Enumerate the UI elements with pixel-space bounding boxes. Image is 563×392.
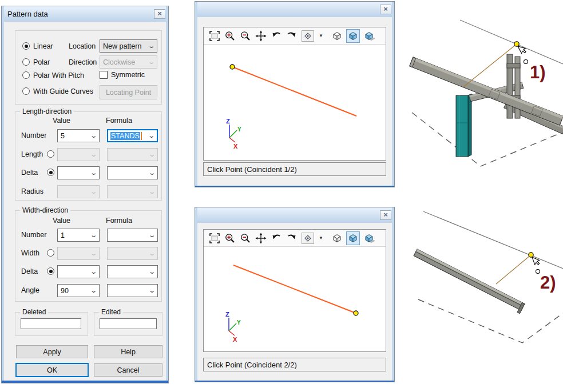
help-button[interactable]: Help xyxy=(94,345,162,358)
viewer2-statusbar: Click Point (Coincident 2/2) xyxy=(203,358,386,371)
viewer2-canvas[interactable]: Z Y X xyxy=(204,247,386,351)
close-icon[interactable]: × xyxy=(380,5,391,14)
viewer1-canvas[interactable]: Z Y X xyxy=(204,45,386,160)
zoom-out-icon[interactable] xyxy=(240,233,251,244)
length-direction-group: Length-direction Value Formula Number 5 … xyxy=(15,111,162,201)
symmetric-checkbox[interactable] xyxy=(100,71,108,79)
length-length-formula-combo: ⌄ xyxy=(107,148,158,161)
formula-header: Formula xyxy=(106,117,132,125)
length-number-value-combo[interactable]: 5 ⌄ xyxy=(57,129,100,142)
snap-indicator-circle xyxy=(524,60,528,64)
edited-input[interactable] xyxy=(100,318,157,329)
center-view-icon xyxy=(303,234,312,243)
chevron-down-icon: ⌄ xyxy=(90,132,97,139)
view-mode-shaded-icon xyxy=(347,30,359,42)
deleted-group: Deleted xyxy=(15,312,88,336)
center-view-button[interactable] xyxy=(302,30,314,42)
zoom-in-icon[interactable] xyxy=(224,233,236,244)
location-label: Location xyxy=(69,42,96,50)
edited-label: Edited xyxy=(99,308,123,316)
width-number-value-combo[interactable]: 1 ⌄ xyxy=(57,229,100,242)
chevron-down-icon: ⌄ xyxy=(90,188,97,195)
construction-line xyxy=(496,255,531,284)
chevron-down-icon: ⌄ xyxy=(90,169,97,177)
viewer1-titlebar[interactable]: × xyxy=(197,2,392,17)
axis-triad: Z Y X xyxy=(226,118,241,150)
chevron-down-icon: ⌄ xyxy=(148,250,156,257)
radio-with-guide-curves[interactable] xyxy=(22,87,30,95)
close-icon[interactable]: × xyxy=(380,210,391,220)
deleted-input[interactable] xyxy=(21,318,81,329)
chevron-down-icon: ⌄ xyxy=(148,151,156,158)
close-icon[interactable]: × xyxy=(154,9,165,19)
viewer2-viewport[interactable]: ▼ Z Y X xyxy=(203,229,386,352)
width-width-label: Width xyxy=(21,249,39,257)
dialog-titlebar[interactable]: Pattern data × xyxy=(4,6,166,22)
viewer1-drawing: Z Y X xyxy=(204,45,386,160)
view-mode-shaded-alt-icon[interactable] xyxy=(363,30,375,42)
length-radius-formula-combo: ⌄ xyxy=(107,185,158,198)
dropdown-arrow-icon[interactable]: ▼ xyxy=(318,33,324,38)
viewer2-body: ▼ Z Y X xyxy=(197,223,392,381)
width-width-radio[interactable] xyxy=(47,249,54,257)
viewer2-titlebar[interactable]: × xyxy=(197,207,392,223)
zoom-out-icon[interactable] xyxy=(240,30,251,42)
length-delta-label: Delta xyxy=(21,169,38,177)
radio-polar-with-pitch-label: Polar With Pitch xyxy=(33,71,84,79)
zoom-in-icon[interactable] xyxy=(224,30,236,42)
chevron-down-icon: ⌄ xyxy=(148,268,156,275)
length-number-formula-combo[interactable]: STANDS ⌄ xyxy=(107,129,158,142)
axis-z-label: Z xyxy=(225,311,229,318)
width-delta-value-combo[interactable]: ⌄ xyxy=(57,265,100,278)
radio-polar-with-pitch[interactable] xyxy=(22,71,30,79)
length-direction-title: Length-direction xyxy=(20,107,74,115)
radio-polar[interactable] xyxy=(22,58,30,66)
rotate-ccw-icon[interactable] xyxy=(271,233,282,244)
ok-button[interactable]: OK xyxy=(15,363,89,377)
rotate-ccw-icon[interactable] xyxy=(271,30,282,42)
viewer1-status-text: Click Point (Coincident 1/2) xyxy=(207,165,297,174)
rotate-cw-icon[interactable] xyxy=(286,233,298,244)
dialog-body: Linear Location New pattern ⌄ Polar Dire… xyxy=(4,22,166,381)
view-mode-wire-icon[interactable] xyxy=(331,233,343,244)
viewer1-viewport[interactable]: ▼ Z Y X xyxy=(203,27,386,161)
radio-linear[interactable] xyxy=(22,42,30,50)
pan-icon[interactable] xyxy=(255,30,267,42)
apply-button[interactable]: Apply xyxy=(16,345,88,358)
dropdown-arrow-icon[interactable]: ▼ xyxy=(318,235,324,241)
radio-with-guide-curves-label: With Guide Curves xyxy=(33,87,93,95)
cancel-button[interactable]: Cancel xyxy=(94,363,162,377)
width-number-value: 1 xyxy=(61,231,65,239)
value-header: Value xyxy=(53,217,70,225)
width-number-formula-combo[interactable]: ⌄ xyxy=(107,229,158,242)
view-mode-shaded-selected[interactable] xyxy=(347,30,359,42)
length-delta-radio[interactable] xyxy=(47,169,54,176)
view-mode-shaded-alt-icon[interactable] xyxy=(363,233,375,244)
width-angle-formula-combo[interactable]: ⌄ xyxy=(107,284,158,297)
formula-header: Formula xyxy=(106,217,132,225)
rotate-cw-icon[interactable] xyxy=(286,30,298,42)
width-angle-value-combo[interactable]: 90 ⌄ xyxy=(57,284,100,297)
step-2-label: 2) xyxy=(540,273,556,293)
center-view-button[interactable] xyxy=(302,233,314,244)
length-length-radio[interactable] xyxy=(47,150,54,158)
snap-point xyxy=(514,42,519,46)
length-delta-value-combo[interactable]: ⌄ xyxy=(57,166,100,179)
teal-column xyxy=(456,94,471,157)
pan-icon[interactable] xyxy=(255,233,267,244)
length-delta-formula-combo[interactable]: ⌄ xyxy=(107,166,158,179)
width-delta-formula-combo[interactable]: ⌄ xyxy=(107,265,158,278)
width-number-label: Number xyxy=(21,231,46,239)
view-mode-wire-icon[interactable] xyxy=(331,30,343,42)
fit-view-icon[interactable] xyxy=(209,30,220,42)
chevron-down-icon: ⌄ xyxy=(148,188,156,195)
length-radius-label: Radius xyxy=(21,187,43,195)
width-delta-label: Delta xyxy=(21,267,38,275)
location-value: New pattern xyxy=(103,42,141,50)
width-delta-radio[interactable] xyxy=(47,267,54,275)
axis-x-label: X xyxy=(233,143,238,150)
location-select[interactable]: New pattern ⌄ xyxy=(100,39,157,53)
fit-view-icon[interactable] xyxy=(209,233,220,244)
view-mode-shaded-selected[interactable] xyxy=(347,232,359,245)
window-bottom-border xyxy=(2,381,168,383)
